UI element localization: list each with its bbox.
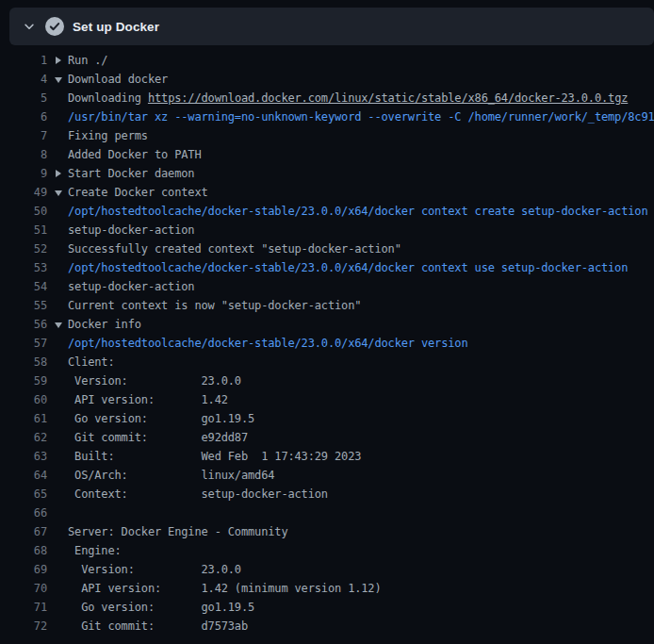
gutter: [47, 258, 68, 277]
log-segment: /opt/hostedtoolcache/docker-stable/23.0.…: [68, 205, 654, 218]
log-segment: Create Docker context: [68, 186, 208, 199]
log-line: 71 Go version: go1.19.5: [0, 598, 654, 617]
line-number[interactable]: 51: [0, 221, 47, 239]
log-text: /opt/hostedtoolcache/docker-stable/23.0.…: [68, 258, 654, 277]
log-group-header[interactable]: 1Run ./: [0, 51, 654, 70]
gutter: [47, 315, 68, 334]
line-number[interactable]: 68: [0, 541, 47, 560]
line-number[interactable]: 54: [0, 277, 47, 296]
gutter: [47, 598, 68, 617]
line-number[interactable]: 66: [0, 504, 47, 522]
group-expand-arrow-icon[interactable]: [56, 170, 61, 177]
log-text: Start Docker daemon: [68, 164, 654, 183]
line-number[interactable]: 72: [0, 617, 47, 636]
log-text: Client:: [68, 353, 654, 372]
log-text: Git commit: d7573ab: [68, 617, 654, 636]
gutter: [47, 372, 68, 390]
line-number[interactable]: 65: [0, 485, 47, 504]
gutter: [47, 522, 68, 541]
group-collapse-arrow-icon[interactable]: [55, 77, 62, 83]
line-number[interactable]: 57: [0, 334, 47, 353]
group-expand-arrow-icon[interactable]: [56, 57, 61, 64]
log-text: Download docker: [68, 70, 654, 89]
gutter: [47, 579, 68, 598]
log-line: 72 Git commit: d7573ab: [0, 617, 654, 636]
line-number[interactable]: 53: [0, 258, 47, 277]
gutter: [47, 202, 68, 221]
gutter: [47, 353, 68, 372]
log-line: 51setup-docker-action: [0, 221, 654, 239]
group-collapse-arrow-icon[interactable]: [55, 190, 62, 196]
chevron-down-icon[interactable]: [19, 16, 40, 37]
step-header[interactable]: Set up Docker: [9, 8, 654, 45]
line-number[interactable]: 55: [0, 296, 47, 315]
line-number[interactable]: 50: [0, 202, 47, 221]
gutter: [47, 409, 68, 428]
log-group-header[interactable]: 9Start Docker daemon: [0, 164, 654, 183]
line-number[interactable]: 60: [0, 390, 47, 409]
log-segment: Git commit: e92dd87: [68, 431, 248, 444]
log-group-header[interactable]: 4Download docker: [0, 70, 654, 89]
log-text: [68, 504, 654, 522]
log-group-header[interactable]: 56Docker info: [0, 315, 654, 334]
log-segment: Version: 23.0.0: [68, 374, 241, 388]
gutter: [47, 70, 68, 89]
line-number[interactable]: 63: [0, 447, 47, 466]
gutter: [47, 183, 68, 202]
gutter: [47, 504, 68, 522]
log-line: 53/opt/hostedtoolcache/docker-stable/23.…: [0, 258, 654, 277]
gutter: [47, 221, 68, 239]
log-segment: Context: setup-docker-action: [68, 487, 328, 501]
line-number[interactable]: 61: [0, 409, 47, 428]
log-text: Create Docker context: [68, 183, 654, 202]
log-lines: 1Run ./4Download docker5Downloading http…: [0, 51, 654, 636]
group-collapse-arrow-icon[interactable]: [55, 322, 62, 328]
gutter: [47, 428, 68, 447]
line-number[interactable]: 8: [0, 145, 47, 164]
line-number[interactable]: 58: [0, 353, 47, 372]
line-number[interactable]: 6: [0, 107, 47, 126]
log-segment: Current context is now "setup-docker-act…: [68, 299, 361, 312]
line-number[interactable]: 59: [0, 372, 47, 390]
log-group-header[interactable]: 49Create Docker context: [0, 183, 654, 202]
log-segment: OS/Arch: linux/amd64: [68, 469, 274, 482]
workflow-log-view: Set up Docker 1Run ./4Download docker5Do…: [0, 8, 654, 636]
line-number[interactable]: 9: [0, 164, 47, 183]
log-text: Server: Docker Engine - Community: [68, 522, 654, 541]
log-segment: Start Docker daemon: [68, 167, 194, 180]
line-number[interactable]: 69: [0, 560, 47, 579]
log-text: Fixing perms: [68, 126, 654, 145]
check-circle-icon: [45, 17, 64, 36]
log-line: 68 Engine:: [0, 541, 654, 560]
line-number[interactable]: 1: [0, 51, 47, 70]
line-number[interactable]: 70: [0, 579, 47, 598]
line-number[interactable]: 56: [0, 315, 47, 334]
log-segment: Version: 23.0.0: [68, 563, 241, 576]
log-line: 5Downloading https://download.docker.com…: [0, 89, 654, 107]
line-number[interactable]: 49: [0, 183, 47, 202]
log-segment: Added Docker to PATH: [68, 148, 202, 161]
log-line: 50/opt/hostedtoolcache/docker-stable/23.…: [0, 202, 654, 221]
line-number[interactable]: 71: [0, 598, 47, 617]
line-number[interactable]: 52: [0, 239, 47, 258]
gutter: [47, 447, 68, 466]
log-line: 59 Version: 23.0.0: [0, 372, 654, 390]
log-segment: Server: Docker Engine - Community: [68, 525, 287, 538]
line-number[interactable]: 5: [0, 89, 47, 107]
line-number[interactable]: 67: [0, 522, 47, 541]
log-text: /opt/hostedtoolcache/docker-stable/23.0.…: [68, 334, 654, 353]
line-number[interactable]: 62: [0, 428, 47, 447]
log-link[interactable]: https://download.docker.com/linux/static…: [148, 91, 628, 105]
log-segment: /opt/hostedtoolcache/docker-stable/23.0.…: [68, 261, 628, 274]
log-line: 58Client:: [0, 353, 654, 372]
line-number[interactable]: 64: [0, 466, 47, 485]
log-segment: setup-docker-action: [68, 280, 194, 293]
log-line: 6/usr/bin/tar xz --warning=no-unknown-ke…: [0, 107, 654, 126]
line-number[interactable]: 7: [0, 126, 47, 145]
log-line: 63 Built: Wed Feb 1 17:43:29 2023: [0, 447, 654, 466]
log-line: 70 API version: 1.42 (minimum version 1.…: [0, 579, 654, 598]
line-number[interactable]: 4: [0, 70, 47, 89]
log-line: 8Added Docker to PATH: [0, 145, 654, 164]
log-segment: API version: 1.42 (minimum version 1.12): [68, 582, 382, 595]
log-text: Run ./: [68, 51, 654, 70]
